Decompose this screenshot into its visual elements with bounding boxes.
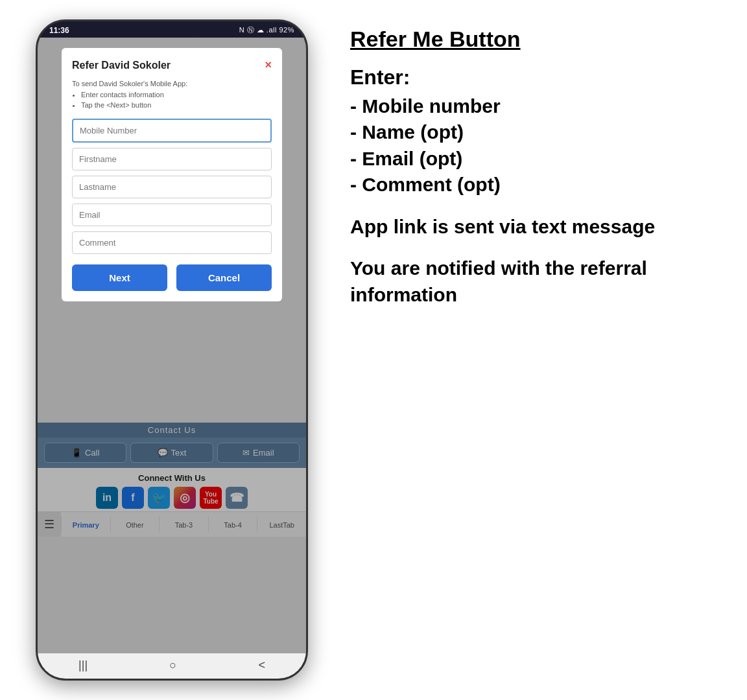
list-item-mobile: - Mobile number xyxy=(350,93,715,120)
modal-header: Refer David Sokoler × xyxy=(72,58,272,72)
next-button[interactable]: Next xyxy=(72,264,167,291)
list-item-email: - Email (opt) xyxy=(350,146,715,172)
home-bar: ||| ○ < xyxy=(38,653,306,679)
recent-apps-button[interactable]: ||| xyxy=(78,659,88,672)
list-item-name: - Name (opt) xyxy=(350,119,715,146)
back-button[interactable]: < xyxy=(258,659,265,672)
phone-screen: Refer David Sokoler × To send David Soko… xyxy=(38,38,306,653)
cancel-button[interactable]: Cancel xyxy=(176,264,272,291)
home-button[interactable]: ○ xyxy=(169,659,176,672)
firstname-input[interactable] xyxy=(72,148,272,170)
enter-label: Enter: xyxy=(350,65,715,89)
modal-overlay: Refer David Sokoler × To send David Soko… xyxy=(38,38,306,653)
app-link-text: App link is sent via text message xyxy=(350,214,715,240)
enter-section: Enter: - Mobile number - Name (opt) - Em… xyxy=(350,65,715,198)
notify-text: You are notified with the referral infor… xyxy=(350,255,715,308)
refer-modal: Refer David Sokoler × To send David Soko… xyxy=(62,48,282,301)
modal-buttons: Next Cancel xyxy=(72,264,272,291)
lastname-input[interactable] xyxy=(72,176,272,198)
modal-instructions: To send David Sokoler's Mobile App: Ente… xyxy=(72,78,272,111)
comment-input[interactable] xyxy=(72,231,272,254)
close-icon[interactable]: × xyxy=(265,58,272,72)
phone-mockup: 11:36 N Ⓝ ☁ .all 92% Refer David Sokoler… xyxy=(36,19,308,681)
modal-title: Refer David Sokoler xyxy=(72,60,171,71)
phone-wrapper: 11:36 N Ⓝ ☁ .all 92% Refer David Sokoler… xyxy=(13,13,331,681)
mobile-number-input[interactable] xyxy=(72,119,272,143)
status-icons: N Ⓝ ☁ .all 92% xyxy=(239,25,294,35)
status-time: 11:36 xyxy=(49,26,69,35)
info-panel: Refer Me Button Enter: - Mobile number -… xyxy=(331,13,734,321)
list-item-comment: - Comment (opt) xyxy=(350,172,715,198)
phone-notch xyxy=(146,21,198,34)
info-title: Refer Me Button xyxy=(350,26,715,52)
email-input[interactable] xyxy=(72,204,272,226)
